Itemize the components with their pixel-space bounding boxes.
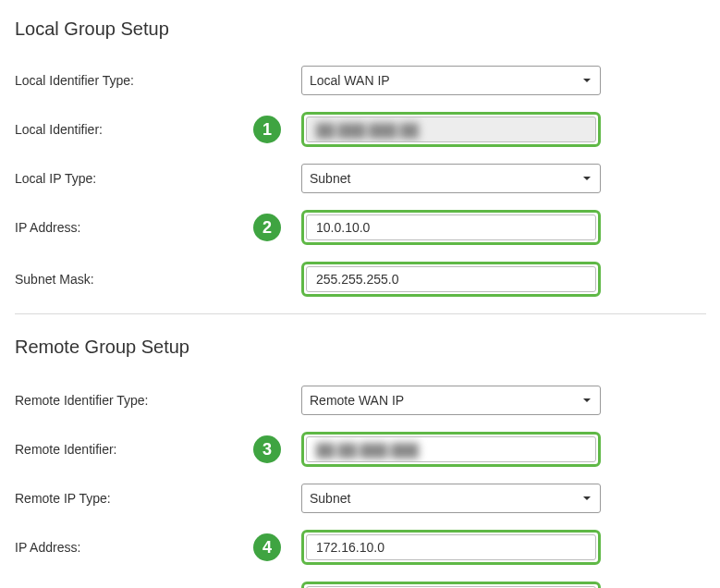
input-remote-identifier[interactable]: ██.██.███.███ — [306, 436, 596, 462]
row-remote-ip-type: Remote IP Type: Subnet — [15, 484, 706, 513]
label-remote-identifier-type: Remote Identifier Type: — [15, 393, 253, 408]
label-local-subnet-mask: Subnet Mask: — [15, 272, 253, 287]
highlight-remote-ip-address — [301, 530, 601, 565]
label-remote-ip-address: IP Address: — [15, 540, 253, 555]
select-local-ip-type[interactable]: Subnet — [301, 164, 601, 193]
highlight-remote-subnet-mask — [301, 582, 601, 588]
step-badge-2: 2 — [253, 214, 281, 241]
select-remote-ip-type[interactable]: Subnet — [301, 484, 601, 513]
section-divider — [15, 313, 706, 314]
row-remote-identifier-type: Remote Identifier Type: Remote WAN IP — [15, 386, 706, 415]
row-remote-subnet-mask: Subnet Mask: — [15, 582, 706, 588]
row-local-ip-type: Local IP Type: Subnet — [15, 164, 706, 193]
local-group-title: Local Group Setup — [15, 18, 706, 40]
input-local-identifier[interactable]: ██.███.███.██ — [306, 116, 596, 142]
label-local-ip-type: Local IP Type: — [15, 171, 253, 186]
step-badge-4: 4 — [253, 533, 281, 561]
local-group-section: Local Group Setup Local Identifier Type:… — [15, 18, 706, 297]
row-local-ip-address: IP Address: 2 — [15, 210, 706, 245]
select-local-identifier-type[interactable]: Local WAN IP — [301, 66, 601, 95]
step-badge-1: 1 — [253, 116, 281, 143]
input-local-subnet-mask[interactable] — [306, 266, 596, 292]
label-local-identifier-type: Local Identifier Type: — [15, 73, 253, 88]
label-local-ip-address: IP Address: — [15, 220, 253, 235]
row-local-subnet-mask: Subnet Mask: — [15, 262, 706, 297]
label-remote-identifier: Remote Identifier: — [15, 442, 253, 457]
label-remote-ip-type: Remote IP Type: — [15, 491, 253, 506]
highlight-local-subnet-mask — [301, 262, 601, 297]
highlight-local-identifier: ██.███.███.██ — [301, 112, 601, 147]
input-local-ip-address[interactable] — [306, 214, 596, 240]
label-local-identifier: Local Identifier: — [15, 122, 253, 137]
highlight-remote-identifier: ██.██.███.███ — [301, 432, 601, 467]
row-remote-identifier: Remote Identifier: 3 ██.██.███.███ — [15, 432, 706, 467]
row-local-identifier: Local Identifier: 1 ██.███.███.██ — [15, 112, 706, 147]
step-badge-3: 3 — [253, 435, 281, 463]
highlight-local-ip-address — [301, 210, 601, 245]
remote-group-title: Remote Group Setup — [15, 337, 706, 358]
input-remote-ip-address[interactable] — [306, 534, 596, 560]
select-remote-identifier-type[interactable]: Remote WAN IP — [301, 386, 601, 415]
row-local-identifier-type: Local Identifier Type: Local WAN IP — [15, 66, 706, 95]
row-remote-ip-address: IP Address: 4 — [15, 530, 706, 565]
remote-group-section: Remote Group Setup Remote Identifier Typ… — [15, 337, 706, 588]
